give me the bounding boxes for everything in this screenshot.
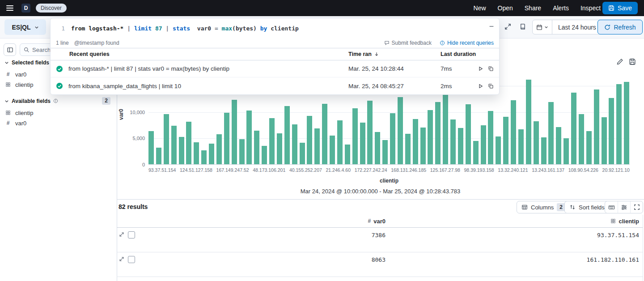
chart-bar[interactable] — [594, 89, 599, 165]
chart-bar[interactable] — [232, 100, 237, 165]
chart-bar[interactable] — [435, 102, 441, 165]
query-code[interactable]: from logstash-* | limit 87 | stats var0 … — [71, 25, 299, 32]
chart-bar[interactable] — [541, 137, 547, 165]
collapse-sidebar-icon[interactable] — [4, 43, 16, 56]
chart-bar[interactable] — [548, 102, 554, 165]
chart-bar[interactable] — [360, 123, 365, 165]
chart-bar[interactable] — [564, 138, 569, 165]
nav-share[interactable]: Share — [525, 4, 541, 12]
expand-editor-icon[interactable] — [501, 20, 514, 33]
chart-bar[interactable] — [382, 140, 388, 165]
chart-bar[interactable] — [300, 143, 305, 165]
time-ran-column-label[interactable]: Time ran — [348, 51, 441, 57]
nav-new[interactable]: New — [474, 4, 486, 12]
chart-bar[interactable] — [473, 141, 479, 165]
chart-bar[interactable] — [209, 144, 214, 165]
chart-bar[interactable] — [201, 150, 207, 165]
chart-bar[interactable] — [345, 145, 350, 165]
time-range-button[interactable]: Last 24 hours — [552, 24, 602, 31]
chart-bar[interactable] — [164, 114, 169, 165]
chart-bar[interactable] — [413, 119, 418, 165]
expand-row-icon[interactable] — [119, 231, 125, 238]
field-item-var0[interactable]: #var0 — [4, 70, 33, 79]
available-fields-header[interactable]: Available fields 2 — [4, 97, 110, 105]
fullscreen-icon[interactable] — [630, 201, 643, 213]
field-item-clientip[interactable]: clientip — [4, 108, 33, 117]
run-query-icon[interactable] — [478, 66, 483, 72]
copy-query-icon[interactable] — [488, 66, 494, 72]
column-header-var0[interactable]: # var0 — [141, 218, 389, 225]
chart-bar[interactable] — [179, 137, 184, 165]
chart-bar[interactable] — [239, 139, 245, 165]
chart-bar[interactable] — [466, 104, 471, 165]
chart-bar[interactable] — [579, 114, 584, 165]
submit-feedback-link[interactable]: Submit feedback — [384, 40, 432, 46]
recent-query-row[interactable]: from logstash-* | limit 87 | stats var0 … — [51, 60, 499, 77]
query-editor-line[interactable]: 1 from logstash-* | limit 87 | stats var… — [51, 18, 499, 38]
chart-bar[interactable] — [556, 127, 561, 165]
chart-bar[interactable] — [322, 104, 327, 165]
copy-query-icon[interactable] — [488, 83, 494, 89]
column-header-clientip[interactable]: clientip — [389, 218, 643, 225]
esql-mode-button[interactable]: ES|QL — [4, 19, 46, 35]
chart-bar[interactable] — [194, 142, 199, 165]
sort-fields-button[interactable]: Sort fields — [564, 201, 610, 213]
chart-bar[interactable] — [496, 136, 501, 165]
display-options-icon[interactable] — [618, 201, 630, 213]
chart-bar[interactable] — [571, 93, 576, 165]
chart-bar[interactable] — [518, 129, 524, 165]
chart-bar[interactable] — [307, 116, 312, 165]
chart-bar[interactable] — [481, 125, 486, 165]
nav-open[interactable]: Open — [498, 4, 513, 12]
breadcrumb[interactable]: Discover — [36, 4, 67, 13]
chart-bar[interactable] — [216, 134, 222, 165]
menu-icon[interactable] — [6, 4, 14, 12]
edit-visualization-icon[interactable] — [616, 58, 623, 65]
chart-bar[interactable] — [609, 98, 614, 165]
chart-bar[interactable] — [450, 119, 456, 165]
save-button[interactable]: Save — [602, 2, 638, 14]
save-visualization-icon[interactable] — [629, 58, 636, 65]
chart-bar[interactable] — [269, 118, 275, 165]
minimize-editor-icon[interactable] — [488, 23, 495, 31]
run-query-icon[interactable] — [478, 83, 483, 89]
columns-button[interactable]: Columns 2 — [517, 201, 570, 213]
chart-bar[interactable] — [428, 110, 433, 165]
chart-bar[interactable] — [616, 84, 622, 165]
field-item-clientip[interactable]: clientip — [4, 80, 33, 89]
chart-bar[interactable] — [186, 122, 191, 165]
hide-recent-queries-link[interactable]: Hide recent queries — [440, 40, 494, 46]
chart-bar[interactable] — [337, 120, 343, 165]
chart-bar[interactable] — [292, 124, 297, 165]
chart-bar[interactable] — [254, 131, 259, 165]
chart-bar[interactable] — [526, 80, 531, 165]
nav-alerts[interactable]: Alerts — [553, 4, 569, 12]
chart-bar[interactable] — [390, 113, 395, 165]
chart-bar[interactable] — [375, 132, 380, 165]
chart-bar[interactable] — [330, 136, 335, 165]
chart-bar[interactable] — [624, 82, 629, 165]
chart-bar[interactable] — [420, 128, 426, 165]
chart-bar[interactable] — [458, 128, 463, 165]
row-checkbox[interactable] — [128, 256, 135, 263]
chart-bar[interactable] — [262, 146, 267, 165]
field-item-var0[interactable]: #var0 — [4, 119, 33, 128]
refresh-button[interactable]: Refresh — [597, 20, 643, 34]
chart-bar[interactable] — [352, 108, 358, 165]
chart-bar[interactable] — [602, 117, 607, 165]
chart-bar[interactable] — [398, 97, 403, 165]
recent-query-row[interactable]: from kibana_sample_data_flights | limit … — [51, 77, 499, 94]
keyboard-shortcuts-icon[interactable] — [605, 201, 618, 213]
row-checkbox[interactable] — [128, 231, 135, 238]
chart-bar[interactable] — [224, 113, 229, 165]
docs-icon[interactable] — [516, 20, 529, 33]
chart-bar[interactable] — [488, 111, 493, 165]
chart-bar[interactable] — [503, 117, 508, 165]
chart-bar[interactable] — [148, 131, 154, 165]
calendar-dropdown-button[interactable] — [533, 20, 552, 34]
chart-bar[interactable] — [367, 101, 373, 165]
expand-row-icon[interactable] — [119, 256, 125, 262]
chart-bar[interactable] — [314, 128, 320, 165]
chart-bar[interactable] — [586, 131, 592, 165]
chart-bar[interactable] — [284, 106, 290, 165]
